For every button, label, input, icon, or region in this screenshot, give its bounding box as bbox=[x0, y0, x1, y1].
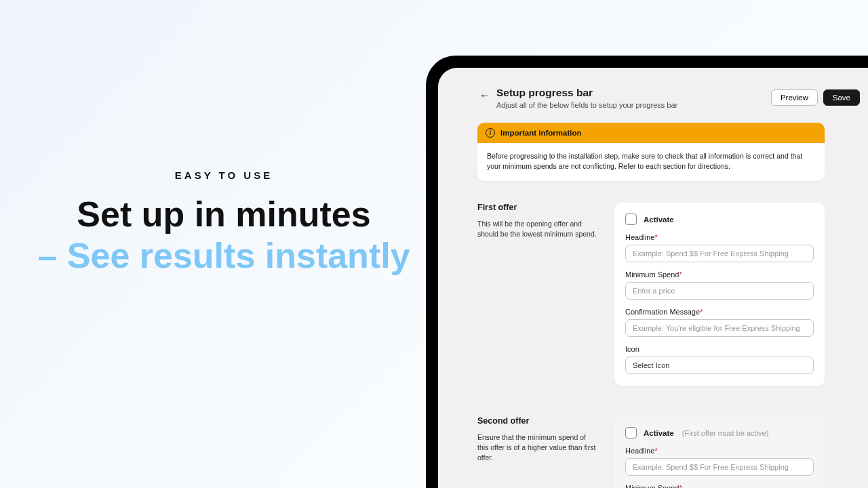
back-arrow-icon[interactable]: ← bbox=[477, 88, 492, 103]
section-first-offer: First offer This will be the opening off… bbox=[477, 203, 825, 386]
first-offer-card: Activate Headline* Minimum Spend* Confir… bbox=[614, 203, 825, 386]
hero-line-1: Set up in minutes bbox=[0, 196, 448, 233]
second-offer-activate-checkbox[interactable] bbox=[625, 427, 637, 439]
device-frame: ← Setup progress bar Adjust all of the b… bbox=[426, 56, 868, 488]
preview-button[interactable]: Preview bbox=[771, 89, 818, 106]
required-marker: * bbox=[654, 233, 657, 241]
alert-title: Important information bbox=[500, 129, 581, 137]
alert-body: Before progressing to the installation s… bbox=[477, 143, 825, 181]
required-marker: * bbox=[700, 308, 703, 316]
headline-label: Headline bbox=[625, 233, 654, 241]
page-header: ← Setup progress bar Adjust all of the b… bbox=[477, 87, 868, 109]
first-offer-activate-checkbox[interactable] bbox=[625, 214, 637, 225]
first-offer-confirm-input[interactable] bbox=[625, 319, 814, 337]
required-marker: * bbox=[679, 270, 682, 279]
eyebrow-text: EASY TO USE bbox=[0, 169, 448, 181]
first-offer-icon-select[interactable]: Select Icon bbox=[625, 357, 814, 374]
section-second-offer: Second offer Ensure that the minimum spe… bbox=[477, 416, 825, 488]
first-offer-title: First offer bbox=[477, 203, 598, 212]
required-marker: * bbox=[654, 447, 657, 455]
first-offer-headline-input[interactable] bbox=[625, 245, 814, 262]
second-offer-activate-label: Activate bbox=[644, 429, 674, 437]
second-offer-activate-hint: (First offer must be active) bbox=[682, 429, 769, 437]
first-offer-help: This will be the opening offer and shoul… bbox=[477, 219, 598, 239]
minspend-label-2: Minimum Spend bbox=[625, 484, 679, 488]
minspend-label: Minimum Spend bbox=[625, 270, 679, 279]
confirm-label: Confirmation Message bbox=[625, 308, 700, 316]
first-offer-minspend-input[interactable] bbox=[625, 282, 814, 300]
app-screen: ← Setup progress bar Adjust all of the b… bbox=[438, 68, 868, 488]
important-info-alert: i Important information Before progressi… bbox=[477, 123, 825, 181]
second-offer-title: Second offer bbox=[477, 416, 598, 426]
second-offer-card: Activate (First offer must be active) He… bbox=[614, 416, 825, 488]
hero-line-2: – See results instantly bbox=[0, 237, 448, 274]
page-subtitle: Adjust all of the below fields to setup … bbox=[496, 101, 771, 109]
headline-label-2: Headline bbox=[625, 447, 654, 455]
second-offer-headline-input[interactable] bbox=[625, 458, 814, 476]
first-offer-activate-label: Activate bbox=[644, 216, 674, 224]
second-offer-help: Ensure that the minimum spend of this of… bbox=[477, 432, 598, 462]
page-title: Setup progress bar bbox=[496, 87, 771, 99]
save-button[interactable]: Save bbox=[823, 89, 860, 106]
required-marker: * bbox=[679, 484, 682, 488]
icon-label: Icon bbox=[625, 345, 639, 353]
info-icon: i bbox=[486, 128, 495, 138]
